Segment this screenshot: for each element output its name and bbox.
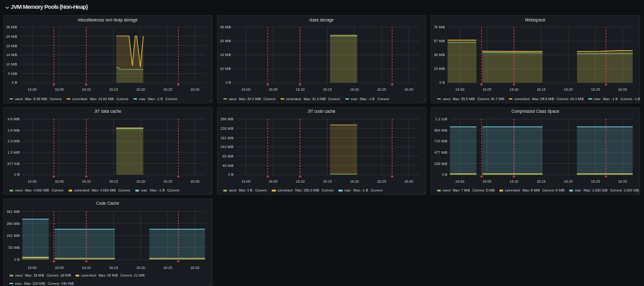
- svg-text:16:10: 16:10: [296, 180, 304, 183]
- svg-text:38 MiB: 38 MiB: [433, 53, 445, 57]
- svg-text:3.8 MiB: 3.8 MiB: [8, 128, 19, 132]
- svg-text:16:10: 16:10: [82, 180, 91, 183]
- svg-text:16:10: 16:10: [82, 266, 91, 270]
- svg-text:0 B: 0 B: [439, 81, 445, 84]
- svg-text:16:30: 16:30: [190, 88, 199, 91]
- svg-text:0 B: 0 B: [441, 173, 447, 176]
- svg-text:16:15: 16:15: [109, 180, 118, 183]
- svg-text:16:30: 16:30: [618, 180, 626, 183]
- svg-text:76 MiB: 76 MiB: [433, 25, 445, 29]
- svg-text:16:20: 16:20: [136, 88, 145, 91]
- svg-text:143 MiB: 143 MiB: [220, 145, 233, 149]
- svg-text:477 MiB: 477 MiB: [434, 151, 447, 154]
- svg-text:16:05: 16:05: [482, 180, 491, 183]
- svg-text:16:15: 16:15: [536, 180, 545, 183]
- svg-text:16:00: 16:00: [28, 266, 36, 270]
- svg-text:10 MiB: 10 MiB: [6, 62, 17, 66]
- svg-text:16:25: 16:25: [591, 180, 599, 183]
- svg-text:16:05: 16:05: [55, 266, 64, 270]
- svg-text:16:00: 16:00: [242, 180, 250, 183]
- svg-text:977 KiB: 977 KiB: [7, 161, 19, 165]
- svg-text:16:20: 16:20: [350, 88, 358, 91]
- svg-text:16:20: 16:20: [136, 266, 145, 270]
- svg-text:16:30: 16:30: [618, 88, 626, 91]
- svg-text:715 MiB: 715 MiB: [434, 139, 447, 143]
- svg-text:14 MiB: 14 MiB: [6, 53, 17, 57]
- svg-text:381 MiB: 381 MiB: [6, 210, 19, 214]
- svg-text:16:10: 16:10: [509, 180, 518, 183]
- svg-text:19 MiB: 19 MiB: [219, 53, 231, 57]
- svg-text:19 MiB: 19 MiB: [433, 67, 445, 71]
- svg-text:16:20: 16:20: [350, 180, 358, 183]
- svg-text:5 MiB: 5 MiB: [8, 72, 17, 76]
- svg-text:95 MiB: 95 MiB: [222, 154, 233, 157]
- svg-text:16:00: 16:00: [28, 180, 36, 183]
- svg-text:57 MiB: 57 MiB: [433, 39, 445, 43]
- svg-text:16:15: 16:15: [323, 88, 331, 91]
- svg-text:954 MiB: 954 MiB: [434, 128, 447, 132]
- svg-text:16:20: 16:20: [136, 180, 145, 183]
- svg-text:16:25: 16:25: [377, 180, 386, 183]
- svg-text:16:25: 16:25: [163, 266, 172, 270]
- svg-text:16:15: 16:15: [109, 266, 118, 270]
- svg-text:16:05: 16:05: [269, 88, 277, 91]
- svg-text:16:25: 16:25: [591, 88, 599, 91]
- svg-text:191 MiB: 191 MiB: [220, 135, 233, 139]
- svg-text:24 MiB: 24 MiB: [6, 35, 17, 38]
- svg-text:0 B: 0 B: [225, 81, 231, 84]
- svg-text:16:15: 16:15: [323, 180, 331, 183]
- svg-text:2.9 MiB: 2.9 MiB: [8, 139, 19, 143]
- svg-text:16:00: 16:00: [242, 88, 250, 91]
- svg-text:16:20: 16:20: [564, 180, 572, 183]
- svg-text:16:15: 16:15: [536, 88, 545, 91]
- svg-text:16:05: 16:05: [55, 88, 64, 91]
- svg-text:1.2 GiB: 1.2 GiB: [435, 117, 447, 121]
- svg-text:16:05: 16:05: [55, 180, 64, 183]
- svg-text:16:30: 16:30: [404, 180, 413, 183]
- svg-text:16:30: 16:30: [190, 266, 199, 270]
- svg-text:29 MiB: 29 MiB: [219, 39, 231, 43]
- svg-text:0 B: 0 B: [228, 173, 233, 176]
- svg-text:16:30: 16:30: [190, 180, 199, 183]
- svg-text:16:25: 16:25: [163, 88, 172, 91]
- svg-text:38 MiB: 38 MiB: [219, 25, 231, 29]
- svg-text:16:00: 16:00: [455, 180, 464, 183]
- svg-text:238 MiB: 238 MiB: [434, 161, 447, 165]
- svg-text:16:05: 16:05: [482, 88, 491, 91]
- svg-text:16:00: 16:00: [455, 88, 464, 91]
- svg-text:0 B: 0 B: [11, 81, 17, 84]
- svg-text:16:25: 16:25: [163, 180, 172, 183]
- svg-text:16:20: 16:20: [564, 88, 572, 91]
- svg-text:286 MiB: 286 MiB: [6, 222, 19, 226]
- svg-text:95 MiB: 95 MiB: [8, 246, 19, 249]
- svg-text:16:10: 16:10: [509, 88, 518, 91]
- svg-text:16:10: 16:10: [82, 88, 91, 91]
- svg-text:16:25: 16:25: [377, 88, 386, 91]
- svg-text:16:30: 16:30: [404, 88, 413, 91]
- svg-text:16:00: 16:00: [28, 88, 36, 91]
- svg-text:16:10: 16:10: [296, 88, 304, 91]
- svg-text:191 MiB: 191 MiB: [6, 234, 19, 237]
- svg-text:29 MiB: 29 MiB: [6, 25, 17, 29]
- svg-text:19 MiB: 19 MiB: [6, 44, 17, 48]
- svg-text:0 B: 0 B: [14, 173, 19, 176]
- svg-text:16:05: 16:05: [269, 180, 277, 183]
- svg-text:10 MiB: 10 MiB: [219, 67, 231, 71]
- svg-text:4.8 MiB: 4.8 MiB: [8, 117, 19, 121]
- svg-text:16:15: 16:15: [109, 88, 118, 91]
- svg-text:0 B: 0 B: [14, 258, 19, 261]
- svg-text:48 MiB: 48 MiB: [222, 163, 233, 167]
- svg-text:238 MiB: 238 MiB: [220, 126, 233, 130]
- svg-text:1.9 MiB: 1.9 MiB: [8, 151, 19, 154]
- svg-text:286 MiB: 286 MiB: [220, 117, 233, 121]
